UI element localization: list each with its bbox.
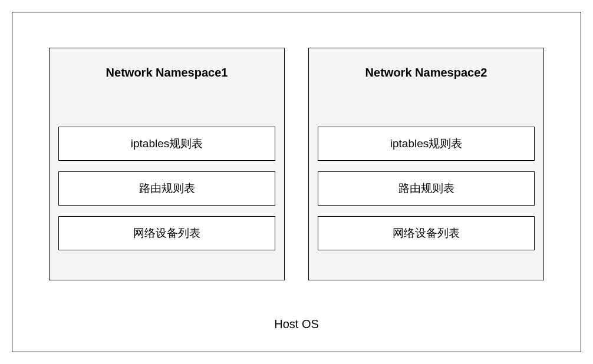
namespace2-item-devices: 网络设备列表 — [318, 216, 535, 250]
namespace-title-1: Network Namespace1 — [58, 66, 275, 80]
namespace-box-1: Network Namespace1 iptables规则表 路由规则表 网络设… — [49, 48, 285, 280]
namespace-title-2: Network Namespace2 — [318, 66, 535, 80]
namespace2-item-iptables: iptables规则表 — [318, 127, 535, 161]
namespace1-item-routing: 路由规则表 — [58, 171, 275, 206]
namespace2-item-routing: 路由规则表 — [318, 171, 535, 206]
namespace1-item-devices: 网络设备列表 — [58, 216, 275, 250]
namespaces-row: Network Namespace1 iptables规则表 路由规则表 网络设… — [12, 12, 581, 280]
namespace1-item-iptables: iptables规则表 — [58, 127, 275, 161]
host-os-label: Host OS — [12, 317, 581, 331]
host-os-container: Network Namespace1 iptables规则表 路由规则表 网络设… — [12, 12, 581, 352]
namespace-box-2: Network Namespace2 iptables规则表 路由规则表 网络设… — [308, 48, 544, 280]
